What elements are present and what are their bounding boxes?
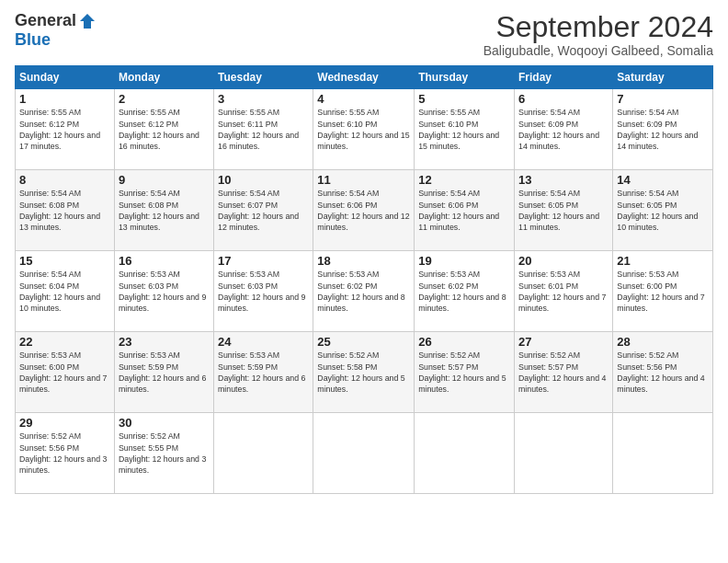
day-number: 20 (518, 254, 609, 268)
day-info: Sunrise: 5:52 AMSunset: 5:56 PMDaylight:… (19, 431, 110, 476)
day-number: 30 (119, 416, 210, 430)
day-info: Sunrise: 5:53 AMSunset: 6:02 PMDaylight:… (418, 269, 510, 314)
subtitle: Baligubadle, Woqooyi Galbeed, Somalia (483, 43, 713, 58)
col-saturday: Saturday (613, 66, 713, 89)
table-row: 3Sunrise: 5:55 AMSunset: 6:11 PMDaylight… (214, 89, 313, 170)
day-number: 9 (119, 173, 210, 187)
col-tuesday: Tuesday (214, 66, 313, 89)
day-info: Sunrise: 5:54 AMSunset: 6:08 PMDaylight:… (19, 188, 110, 233)
day-number: 11 (317, 173, 410, 187)
day-number: 24 (218, 335, 309, 349)
table-row: 29Sunrise: 5:52 AMSunset: 5:56 PMDayligh… (16, 413, 115, 494)
day-info: Sunrise: 5:54 AMSunset: 6:04 PMDaylight:… (19, 269, 110, 314)
table-row: 18Sunrise: 5:53 AMSunset: 6:02 PMDayligh… (313, 251, 415, 332)
table-row: 24Sunrise: 5:53 AMSunset: 5:59 PMDayligh… (214, 332, 313, 413)
month-title: September 2024 (483, 11, 713, 43)
day-info: Sunrise: 5:53 AMSunset: 6:03 PMDaylight:… (218, 269, 309, 314)
day-number: 29 (19, 416, 110, 430)
day-info: Sunrise: 5:54 AMSunset: 6:09 PMDaylight:… (518, 107, 609, 152)
day-number: 26 (418, 335, 510, 349)
day-number: 25 (317, 335, 410, 349)
col-wednesday: Wednesday (313, 66, 415, 89)
calendar-table: Sunday Monday Tuesday Wednesday Thursday… (15, 65, 713, 494)
calendar-week-3: 15Sunrise: 5:54 AMSunset: 6:04 PMDayligh… (16, 251, 713, 332)
day-number: 8 (19, 173, 110, 187)
col-monday: Monday (114, 66, 213, 89)
table-row: 11Sunrise: 5:54 AMSunset: 6:06 PMDayligh… (313, 170, 415, 251)
calendar-week-5: 29Sunrise: 5:52 AMSunset: 5:56 PMDayligh… (16, 413, 713, 494)
day-number: 23 (119, 335, 210, 349)
day-info: Sunrise: 5:53 AMSunset: 6:00 PMDaylight:… (617, 269, 709, 314)
day-info: Sunrise: 5:54 AMSunset: 6:06 PMDaylight:… (317, 188, 410, 233)
calendar-week-4: 22Sunrise: 5:53 AMSunset: 6:00 PMDayligh… (16, 332, 713, 413)
day-number: 18 (317, 254, 410, 268)
day-info: Sunrise: 5:52 AMSunset: 5:55 PMDaylight:… (119, 431, 210, 476)
table-row: 12Sunrise: 5:54 AMSunset: 6:06 PMDayligh… (415, 170, 515, 251)
col-sunday: Sunday (16, 66, 115, 89)
day-info: Sunrise: 5:52 AMSunset: 5:58 PMDaylight:… (317, 350, 410, 395)
day-info: Sunrise: 5:53 AMSunset: 6:01 PMDaylight:… (518, 269, 609, 314)
table-row: 26Sunrise: 5:52 AMSunset: 5:57 PMDayligh… (415, 332, 515, 413)
day-number: 12 (418, 173, 510, 187)
table-row (515, 413, 613, 494)
table-row: 1Sunrise: 5:55 AMSunset: 6:12 PMDaylight… (16, 89, 115, 170)
logo-general-text: General (15, 11, 76, 30)
day-number: 6 (518, 92, 609, 106)
logo-blue-text: Blue (15, 30, 51, 50)
day-info: Sunrise: 5:53 AMSunset: 6:00 PMDaylight:… (19, 350, 110, 395)
table-row: 15Sunrise: 5:54 AMSunset: 6:04 PMDayligh… (16, 251, 115, 332)
day-info: Sunrise: 5:54 AMSunset: 6:09 PMDaylight:… (617, 107, 709, 152)
col-thursday: Thursday (415, 66, 515, 89)
day-info: Sunrise: 5:53 AMSunset: 5:59 PMDaylight:… (119, 350, 210, 395)
day-number: 22 (19, 335, 110, 349)
table-row: 21Sunrise: 5:53 AMSunset: 6:00 PMDayligh… (613, 251, 713, 332)
day-info: Sunrise: 5:54 AMSunset: 6:05 PMDaylight:… (617, 188, 709, 233)
table-row: 16Sunrise: 5:53 AMSunset: 6:03 PMDayligh… (114, 251, 213, 332)
day-number: 21 (617, 254, 709, 268)
table-row: 30Sunrise: 5:52 AMSunset: 5:55 PMDayligh… (114, 413, 213, 494)
day-info: Sunrise: 5:55 AMSunset: 6:10 PMDaylight:… (317, 107, 410, 152)
day-number: 13 (518, 173, 609, 187)
table-row (415, 413, 515, 494)
day-number: 19 (418, 254, 510, 268)
table-row: 10Sunrise: 5:54 AMSunset: 6:07 PMDayligh… (214, 170, 313, 251)
day-number: 2 (119, 92, 210, 106)
table-row: 20Sunrise: 5:53 AMSunset: 6:01 PMDayligh… (515, 251, 613, 332)
day-number: 17 (218, 254, 309, 268)
day-info: Sunrise: 5:55 AMSunset: 6:10 PMDaylight:… (418, 107, 510, 152)
day-number: 3 (218, 92, 309, 106)
day-number: 4 (317, 92, 410, 106)
table-row (613, 413, 713, 494)
day-info: Sunrise: 5:53 AMSunset: 6:03 PMDaylight:… (119, 269, 210, 314)
day-info: Sunrise: 5:52 AMSunset: 5:56 PMDaylight:… (617, 350, 709, 395)
table-row: 23Sunrise: 5:53 AMSunset: 5:59 PMDayligh… (114, 332, 213, 413)
day-info: Sunrise: 5:55 AMSunset: 6:11 PMDaylight:… (218, 107, 309, 152)
table-row: 22Sunrise: 5:53 AMSunset: 6:00 PMDayligh… (16, 332, 115, 413)
header: General Blue September 2024 Baligubadle,… (15, 11, 713, 58)
day-number: 15 (19, 254, 110, 268)
page: General Blue September 2024 Baligubadle,… (0, 0, 728, 505)
calendar-week-2: 8Sunrise: 5:54 AMSunset: 6:08 PMDaylight… (16, 170, 713, 251)
calendar-header-row: Sunday Monday Tuesday Wednesday Thursday… (16, 66, 713, 89)
table-row: 14Sunrise: 5:54 AMSunset: 6:05 PMDayligh… (613, 170, 713, 251)
day-info: Sunrise: 5:54 AMSunset: 6:08 PMDaylight:… (119, 188, 210, 233)
calendar-week-1: 1Sunrise: 5:55 AMSunset: 6:12 PMDaylight… (16, 89, 713, 170)
day-number: 5 (418, 92, 510, 106)
day-info: Sunrise: 5:54 AMSunset: 6:05 PMDaylight:… (518, 188, 609, 233)
table-row: 7Sunrise: 5:54 AMSunset: 6:09 PMDaylight… (613, 89, 713, 170)
day-info: Sunrise: 5:53 AMSunset: 5:59 PMDaylight:… (218, 350, 309, 395)
logo-icon (78, 12, 97, 30)
table-row: 28Sunrise: 5:52 AMSunset: 5:56 PMDayligh… (613, 332, 713, 413)
table-row: 4Sunrise: 5:55 AMSunset: 6:10 PMDaylight… (313, 89, 415, 170)
day-number: 10 (218, 173, 309, 187)
table-row: 5Sunrise: 5:55 AMSunset: 6:10 PMDaylight… (415, 89, 515, 170)
table-row (313, 413, 415, 494)
day-info: Sunrise: 5:54 AMSunset: 6:06 PMDaylight:… (418, 188, 510, 233)
day-info: Sunrise: 5:54 AMSunset: 6:07 PMDaylight:… (218, 188, 309, 233)
table-row: 8Sunrise: 5:54 AMSunset: 6:08 PMDaylight… (16, 170, 115, 251)
table-row: 17Sunrise: 5:53 AMSunset: 6:03 PMDayligh… (214, 251, 313, 332)
table-row (214, 413, 313, 494)
table-row: 13Sunrise: 5:54 AMSunset: 6:05 PMDayligh… (515, 170, 613, 251)
col-friday: Friday (515, 66, 613, 89)
table-row: 6Sunrise: 5:54 AMSunset: 6:09 PMDaylight… (515, 89, 613, 170)
